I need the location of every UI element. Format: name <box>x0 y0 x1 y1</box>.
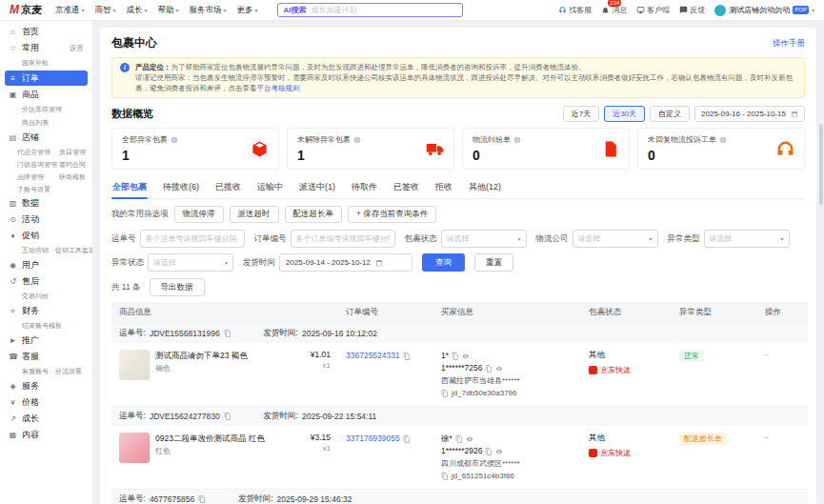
sidebar-item-content[interactable]: ▦内容 <box>0 427 92 443</box>
sidebar-item-aftersales[interactable]: ↺售后 <box>0 273 92 290</box>
eye-icon[interactable] <box>495 448 503 455</box>
order-number-link[interactable]: 336725524331 <box>346 350 400 362</box>
range-custom-button[interactable]: 自定义 <box>650 106 690 122</box>
sidebar-item-activity[interactable]: ⊙活动 <box>0 212 92 228</box>
sidebar-sub-trade-dispute[interactable]: 交易纠纷 <box>22 292 49 301</box>
sidebar-item-marketing[interactable]: ►推广 <box>0 333 92 349</box>
sidebar-item-orders[interactable]: ≡订单 <box>5 71 88 86</box>
copy-icon[interactable] <box>485 365 492 373</box>
eye-icon[interactable] <box>466 435 473 443</box>
copy-icon[interactable] <box>452 353 459 360</box>
sidebar-item-users[interactable]: ◉用户 <box>0 257 92 273</box>
package-status-select[interactable]: 请选择▾ <box>441 230 527 248</box>
copy-icon[interactable] <box>224 330 231 337</box>
eye-icon[interactable] <box>495 365 503 373</box>
sidebar-sub-national-subsidy[interactable]: 国家补贴 <box>22 58 49 68</box>
copy-icon[interactable] <box>455 435 463 443</box>
sidebar-sub-zone-stock[interactable]: 分区库存管理 <box>22 105 62 114</box>
sidebar-item-finance[interactable]: ¤财务 <box>0 303 92 319</box>
search-button[interactable]: 查询 <box>422 253 465 272</box>
sidebar-sub-subaccount[interactable]: 子账号设置 <box>17 183 57 195</box>
product-name[interactable]: 测试商品请勿下单23 褐色 <box>155 350 305 361</box>
platform-rules-link[interactable]: 平台考核规则 <box>257 84 300 92</box>
tab-rejected[interactable]: 拒收 <box>434 177 453 198</box>
feedback-button[interactable]: 反馈 <box>679 5 705 15</box>
sidebar-item-price[interactable]: ¥价格 <box>0 394 92 411</box>
eye-icon[interactable] <box>462 353 470 360</box>
settings-link[interactable]: 设置 <box>70 44 84 53</box>
sidebar-item-promotion[interactable]: ♦促销 <box>0 228 92 244</box>
sidebar-sub-interactive-marketing[interactable]: 互动营销 <box>22 246 49 255</box>
copy-icon[interactable] <box>441 473 449 480</box>
overview-date-range-picker[interactable]: 2025-09-16 - 2025-10-15 <box>694 106 805 122</box>
sidebar-sub-brand-mgmt[interactable]: 品牌管理 <box>17 171 57 183</box>
info-icon[interactable] <box>513 136 521 144</box>
sidebar-sub-product-list[interactable]: 商品列表 <box>22 118 49 128</box>
manual-link[interactable]: 操作手册 <box>773 38 805 50</box>
tab-signed[interactable]: 已签收 <box>392 177 420 198</box>
info-icon[interactable] <box>719 136 727 144</box>
messages-button[interactable]: 消息234 <box>601 5 627 15</box>
nav-growth[interactable]: 成长▾ <box>127 5 148 16</box>
ai-search-input[interactable]: AI搜索 成长加速计划 <box>277 3 463 17</box>
ship-time-range-picker[interactable]: 2025-09-14 - 2025-10-12 <box>279 253 412 272</box>
tab-all-packages[interactable]: 全部包裹 <box>111 177 148 198</box>
tab-out-for-delivery[interactable]: 派送中(1) <box>298 177 336 198</box>
copy-icon[interactable] <box>403 353 411 360</box>
nav-help[interactable]: 帮助▾ <box>158 5 179 16</box>
order-number-input[interactable] <box>291 230 395 248</box>
order-number-link[interactable]: 337176939055 <box>346 433 400 445</box>
nav-service-market[interactable]: 服务市场▾ <box>190 5 227 16</box>
chip-long-delivery[interactable]: 配送超长单 <box>285 206 343 223</box>
sidebar-item-data[interactable]: ▥数据 <box>0 195 92 212</box>
abnormal-type-select[interactable]: 请选择▾ <box>704 230 790 248</box>
chip-logistics-stalled[interactable]: 物流停滞 <box>174 206 224 223</box>
nav-shangzhi[interactable]: 商智▾ <box>95 5 116 16</box>
export-data-button[interactable]: 导出数据 <box>150 278 205 296</box>
tab-picked-up[interactable]: 已揽收 <box>214 177 242 198</box>
tab-awaiting-collection[interactable]: 待取件 <box>351 177 378 198</box>
sidebar-item-frequently-used[interactable]: ☆常用设置 <box>0 40 92 56</box>
copy-icon[interactable] <box>198 495 206 503</box>
chip-delivery-timeout[interactable]: 派送超时 <box>230 206 279 223</box>
sidebar-item-products[interactable]: ▣商品 <box>0 87 92 103</box>
client-download-button[interactable]: 客户端 <box>636 5 670 15</box>
sidebar-item-customer-service[interactable]: ☎客服 <box>0 349 92 365</box>
info-icon[interactable] <box>171 136 178 144</box>
tab-awaiting-pickup[interactable]: 待揽收(6) <box>162 177 200 198</box>
sidebar-item-shop[interactable]: ▤店铺 <box>0 130 92 146</box>
sidebar-sub-routing-settings[interactable]: 分流设置 <box>55 367 82 376</box>
copy-icon[interactable] <box>485 448 492 455</box>
sidebar-item-home[interactable]: ⌂首页 <box>0 24 92 40</box>
sidebar-item-services[interactable]: ◈服务 <box>0 378 92 394</box>
copy-icon[interactable] <box>403 435 411 443</box>
info-icon[interactable] <box>353 136 361 144</box>
sidebar-sub-contact-template[interactable]: 联络模板 <box>59 171 89 183</box>
sidebar-sub-category-mgmt[interactable]: 类目管理 <box>59 146 89 158</box>
tab-in-transit[interactable]: 运输中 <box>256 177 284 198</box>
sidebar-sub-agent-mgmt[interactable]: 代运营管理 <box>17 146 57 158</box>
copy-icon[interactable] <box>224 413 231 420</box>
sidebar-sub-cs-account[interactable]: 客服账号 <box>22 367 49 376</box>
logistics-company-select[interactable]: 请选择▾ <box>573 230 658 248</box>
sidebar-item-growth[interactable]: ↗成长 <box>0 411 92 427</box>
reset-button[interactable]: 重置 <box>474 253 513 272</box>
nav-jingzhuntong[interactable]: 京准通▾ <box>55 5 85 16</box>
nav-more[interactable]: 更多▾ <box>237 5 258 16</box>
range-30days-button[interactable]: 近30天 <box>604 106 645 122</box>
save-query-button[interactable]: + 保存当前查询条件 <box>348 206 436 223</box>
find-support-button[interactable]: 找客服 <box>558 5 592 15</box>
waybill-input[interactable] <box>140 230 245 248</box>
sidebar-sub-promo-tools[interactable]: 促销工具套装 <box>55 246 92 255</box>
range-7days-button[interactable]: 近7天 <box>563 106 599 122</box>
user-menu[interactable]: 测试店铺勿动勿动 POP ▾ <box>714 5 814 16</box>
sidebar-sub-settlement-template[interactable]: 结算账号模板 <box>22 321 62 331</box>
tab-other[interactable]: 其他(12) <box>468 177 502 198</box>
abnormal-state-select[interactable]: 请选择▾ <box>148 253 233 272</box>
scrollbar-thumb[interactable] <box>819 124 823 205</box>
sidebar-sub-contract[interactable]: 签约合同 <box>59 158 89 171</box>
copy-icon[interactable] <box>441 390 449 397</box>
jingmai-logo[interactable]: M 京麦 <box>10 3 42 17</box>
sidebar-sub-lock-consult[interactable]: 门锁咨询管理 <box>17 158 57 171</box>
product-name[interactable]: 0923二段单改价测试商品 红色 <box>155 433 305 444</box>
